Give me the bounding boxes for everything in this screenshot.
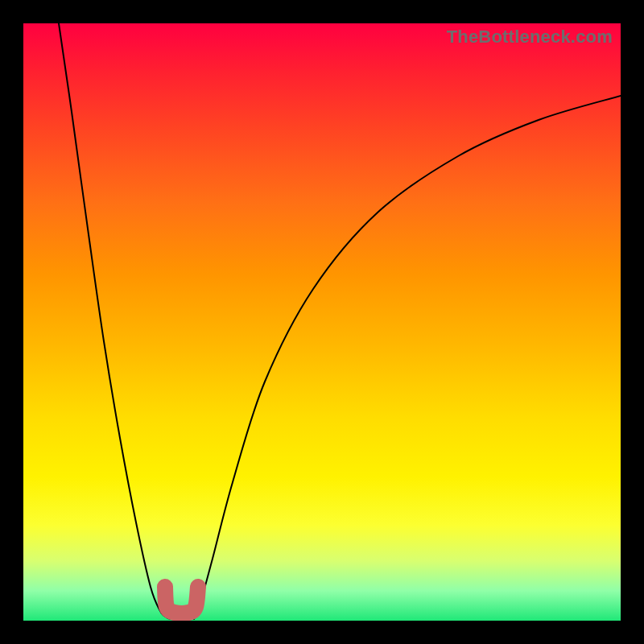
plot-area: TheBottleneck.com [23, 23, 621, 621]
right-ascent-curve [194, 96, 621, 619]
u-marker [165, 587, 198, 613]
chart-stage: TheBottleneck.com [0, 0, 644, 644]
left-descent-curve [59, 23, 171, 619]
curve-layer [23, 23, 621, 621]
